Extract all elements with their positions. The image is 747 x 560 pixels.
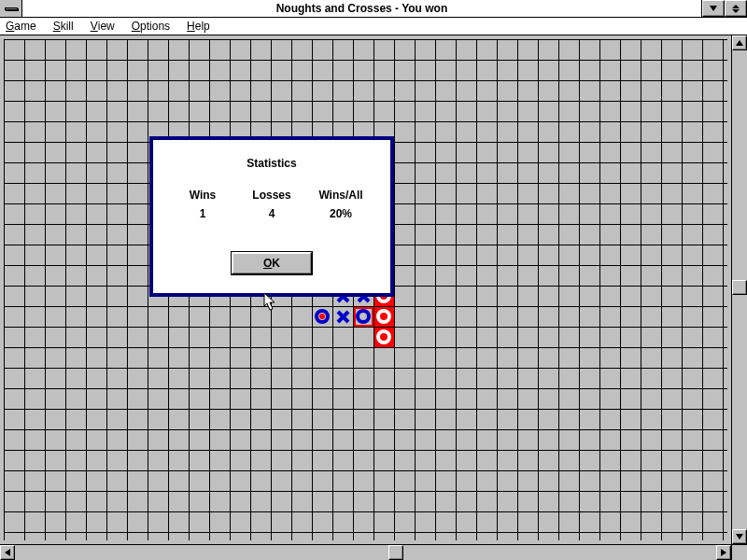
statistics-dialog: Statistics Wins 1 Losses 4 Wins/All 20% … (149, 136, 394, 297)
stat-losses-value: 4 (247, 207, 296, 220)
horizontal-scrollbar[interactable] (0, 544, 731, 560)
menu-view[interactable]: View (91, 20, 115, 33)
svg-point-72 (319, 314, 325, 319)
scrollbar-corner (731, 544, 747, 560)
menu-bar: Game Skill View Options Help (0, 18, 747, 35)
vertical-scrollbar[interactable] (731, 35, 747, 544)
stat-wins-value: 1 (178, 207, 227, 220)
window-title: Noughts and Crosses - You won (22, 0, 702, 17)
stat-ratio-label: Wins/All (317, 189, 365, 202)
stat-losses-label: Losses (247, 189, 296, 202)
arrow-down-icon (736, 534, 743, 539)
arrow-right-icon (721, 549, 726, 556)
horizontal-scroll-thumb[interactable] (388, 545, 403, 560)
client-area: Statistics Wins 1 Losses 4 Wins/All 20% … (0, 35, 747, 560)
vertical-scroll-thumb[interactable] (732, 280, 747, 295)
menu-skill[interactable]: Skill (53, 20, 74, 33)
maximize-icon (732, 5, 740, 13)
scroll-up-button[interactable] (732, 35, 747, 50)
system-menu-icon (5, 7, 18, 10)
menu-game[interactable]: Game (6, 20, 36, 33)
scroll-right-button[interactable] (716, 545, 731, 560)
ok-button[interactable]: OK (232, 252, 312, 274)
menu-help[interactable]: Help (187, 20, 210, 33)
scroll-left-button[interactable] (0, 545, 15, 560)
arrow-left-icon (5, 549, 10, 556)
minimize-button[interactable] (702, 0, 725, 17)
ok-button-label: OK (263, 257, 280, 270)
title-bar: Noughts and Crosses - You won (0, 0, 747, 18)
minimize-icon (710, 6, 717, 11)
svg-point-76 (358, 311, 369, 322)
system-menu-button[interactable] (0, 0, 22, 17)
menu-options[interactable]: Options (132, 20, 170, 33)
scroll-down-button[interactable] (732, 529, 747, 544)
maximize-button[interactable] (725, 0, 747, 17)
dialog-title: Statistics (168, 157, 375, 170)
stat-ratio-value: 20% (317, 207, 365, 220)
arrow-up-icon (736, 40, 743, 46)
stat-wins-label: Wins (178, 189, 227, 202)
